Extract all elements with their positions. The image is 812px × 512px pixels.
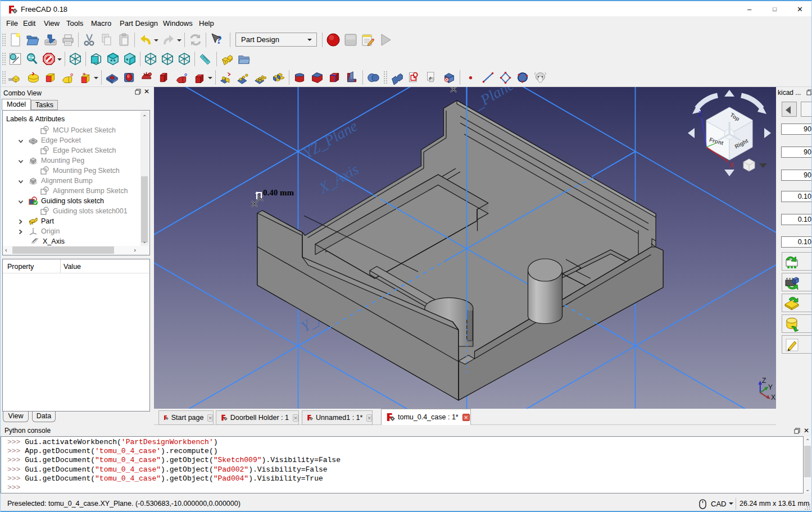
svg-text:?: ? <box>216 34 222 46</box>
svg-text:Y: Y <box>768 383 773 391</box>
svg-text:Z: Z <box>698 110 702 118</box>
svg-text:Z: Z <box>762 377 766 385</box>
svg-text:X: X <box>729 161 734 169</box>
svg-text:X: X <box>771 394 775 401</box>
svg-text:0.40 mm: 0.40 mm <box>263 188 294 197</box>
